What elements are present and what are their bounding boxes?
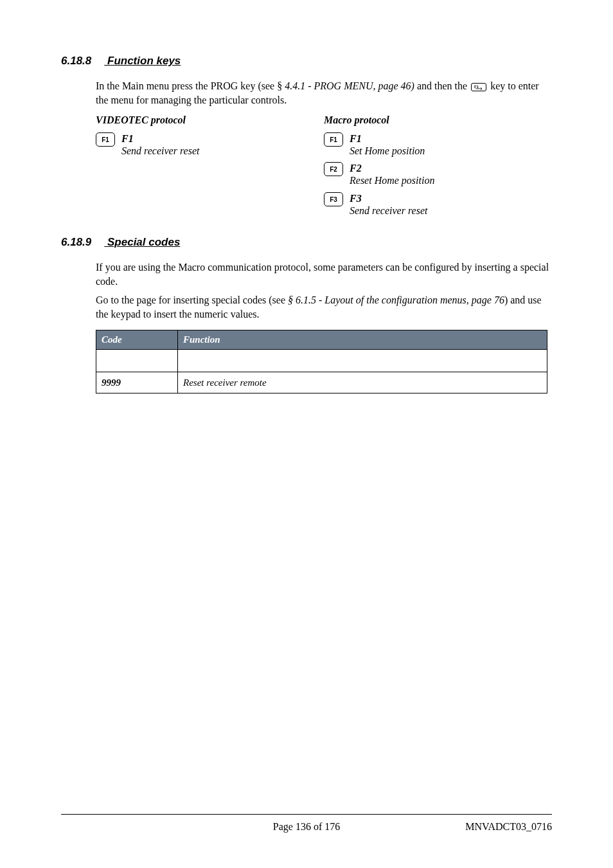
special-codes-para1: If you are using the Macro communication… [96, 260, 552, 288]
function-cell: Reset receiver remote [178, 372, 547, 393]
para2-ref: § 6.1.5 - Layout of the configuration me… [288, 294, 504, 305]
macro-f3-row: F3 F3 Send receiver reset [324, 192, 552, 217]
table-empty-row [96, 349, 547, 372]
table-header-code: Code [96, 330, 178, 349]
f1-text: F1 Set Home position [350, 132, 425, 157]
protocols-container: VIDEOTEC protocol F1 F1 Send receiver re… [96, 113, 552, 222]
table-header-function: Function [178, 330, 547, 349]
empty-cell [178, 349, 547, 372]
f3-label: F3 [350, 193, 362, 204]
section-title: Function keys [107, 55, 181, 67]
f1-desc: Set Home position [350, 145, 425, 156]
videotec-f1-row: F1 F1 Send receiver reset [96, 132, 324, 157]
f3-desc: Send receiver reset [350, 205, 427, 216]
f1-text: F1 Send receiver reset [121, 132, 199, 157]
f3-text: F3 Send receiver reset [350, 192, 427, 217]
section-heading-special-codes: 6.18.9 Special codes [61, 236, 552, 249]
table-row: 9999 Reset receiver remote [96, 372, 547, 393]
f2-text: F2 Reset Home position [350, 162, 434, 186]
f2-key-box: F2 [324, 162, 343, 176]
section-number: 6.18.9 [61, 236, 91, 249]
page-footer: Page 136 of 176 MNVADCT03_0716 [61, 814, 552, 833]
code-cell: 9999 [96, 372, 178, 393]
f3-key-box: F3 [324, 192, 343, 206]
videotec-protocol-title: VIDEOTEC protocol [96, 113, 324, 127]
f1-label: F1 [350, 133, 362, 144]
macro-protocol-title: Macro protocol [324, 113, 552, 127]
macro-protocol-column: Macro protocol F1 F1 Set Home position F… [324, 113, 552, 222]
section-number: 6.18.8 [61, 55, 91, 68]
f1-key-box: F1 [324, 132, 343, 147]
para2-pre: Go to the page for inserting special cod… [96, 294, 288, 305]
intro-text-1: In the Main menu press the PROG key (see… [96, 80, 285, 91]
special-codes-table: Code Function 9999 Reset receiver remote [96, 330, 547, 393]
f1-label: F1 [121, 133, 134, 144]
f1-desc: Send receiver reset [121, 145, 199, 156]
f1-key-icon: F1 [471, 83, 486, 91]
f2-desc: Reset Home position [350, 175, 434, 186]
macro-f1-row: F1 F1 Set Home position [324, 132, 552, 157]
section-heading-function-keys: 6.18.8 Function keys [61, 55, 552, 68]
f2-label: F2 [350, 163, 362, 174]
svg-text:F1: F1 [474, 85, 479, 89]
videotec-protocol-column: VIDEOTEC protocol F1 F1 Send receiver re… [96, 113, 324, 222]
footer-page-number: Page 136 of 176 [61, 821, 552, 833]
intro-paragraph: In the Main menu press the PROG key (see… [96, 79, 552, 107]
special-codes-para2: Go to the page for inserting special cod… [96, 293, 552, 321]
intro-ref: 4.4.1 - PROG MENU, page 46) [285, 80, 414, 91]
table-header-row: Code Function [96, 330, 547, 349]
intro-text-2: and then the [414, 80, 470, 91]
macro-f2-row: F2 F2 Reset Home position [324, 162, 552, 186]
empty-cell [96, 349, 178, 372]
f1-key-box: F1 [96, 132, 115, 147]
section-title: Special codes [107, 236, 180, 248]
